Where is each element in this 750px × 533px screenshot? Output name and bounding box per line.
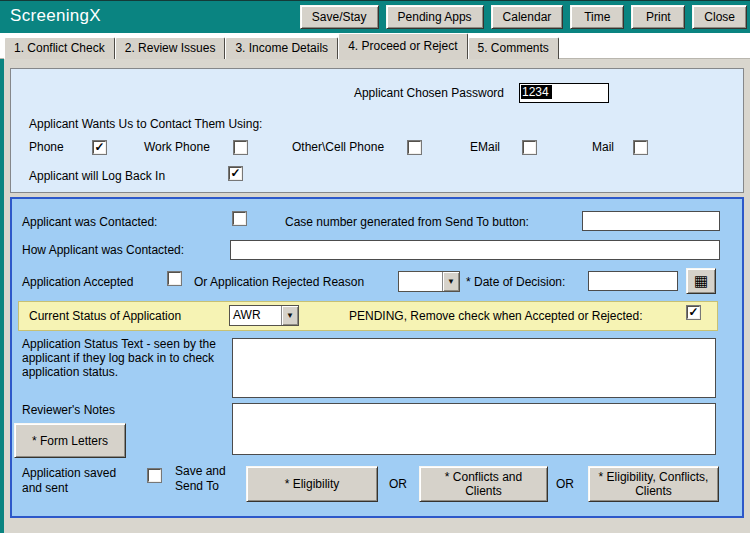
contact-option-phone: Phone ✓ [29, 140, 106, 154]
pending-apps-button[interactable]: Pending Apps [386, 5, 484, 29]
phone-label: Phone [29, 140, 64, 154]
tab-comments[interactable]: 5. Comments [468, 37, 559, 59]
print-button[interactable]: Print [631, 5, 685, 29]
password-label: Applicant Chosen Password [324, 86, 504, 100]
work-phone-checkbox[interactable] [234, 141, 247, 154]
application-accepted-label: Application Accepted [22, 275, 133, 289]
case-number-label: Case number generated from Send To butto… [285, 215, 529, 229]
save-stay-button[interactable]: Save/Stay [300, 5, 379, 29]
how-contacted-label: How Applicant was Contacted: [22, 243, 184, 257]
mail-checkbox[interactable] [634, 141, 647, 154]
pending-checkbox[interactable]: ✓ [687, 306, 700, 319]
header-button-row: Save/Stay Pending Apps Calendar Time Pri… [300, 5, 747, 29]
title-bar: ScreeningX Save/Stay Pending Apps Calend… [0, 0, 750, 33]
contacted-label: Applicant was Contacted: [22, 215, 157, 229]
calendar-button[interactable]: Calendar [491, 5, 564, 29]
mail-label: Mail [592, 140, 614, 154]
reviewers-notes-label: Reviewer's Notes [22, 403, 115, 417]
send-to-eligibility-conflicts-clients-button[interactable]: * Eligibility, Conflicts, Clients [588, 466, 719, 502]
date-of-decision-input[interactable] [588, 271, 678, 291]
tab-review-issues[interactable]: 2. Review Issues [115, 37, 226, 59]
send-to-conflicts-clients-button[interactable]: * Conflicts and Clients [419, 466, 548, 502]
work-phone-label: Work Phone [144, 140, 210, 154]
contact-option-other-cell: Other\Cell Phone [292, 140, 421, 154]
current-status-value: AWR [230, 306, 281, 325]
current-status-dropdown[interactable]: AWR ▼ [229, 305, 299, 326]
form-letters-button[interactable]: * Form Letters [14, 423, 126, 458]
or-label: OR [389, 477, 407, 491]
contact-option-work-phone: Work Phone [144, 140, 247, 154]
email-checkbox[interactable] [523, 141, 536, 154]
app-title: ScreeningX [10, 6, 101, 26]
application-accepted-checkbox[interactable] [168, 272, 181, 285]
send-to-eligibility-button[interactable]: * Eligibility [246, 466, 378, 502]
password-selected-text: 1234 [521, 85, 552, 99]
other-cell-phone-label: Other\Cell Phone [292, 140, 384, 154]
contact-option-mail: Mail [592, 140, 647, 154]
other-cell-phone-checkbox[interactable] [408, 141, 421, 154]
pending-label: PENDING, Remove check when Accepted or R… [349, 309, 642, 323]
email-label: EMail [470, 140, 500, 154]
decision-panel: Applicant was Contacted: Case number gen… [10, 197, 744, 518]
save-and-send-to-label: Save and Send To [175, 464, 237, 494]
time-button[interactable]: Time [570, 5, 624, 29]
rejected-reason-dropdown[interactable]: ▼ [398, 271, 460, 292]
or-label: OR [556, 477, 574, 491]
tab-income-details[interactable]: 3. Income Details [225, 37, 338, 59]
screeningx-window: ScreeningX Save/Stay Pending Apps Calend… [0, 0, 750, 533]
tab-proceed-or-reject[interactable]: 4. Proceed or Reject [338, 33, 467, 59]
contact-option-email: EMail [470, 140, 536, 154]
chevron-down-icon: ▼ [281, 306, 298, 325]
contact-methods-heading: Applicant Wants Us to Contact Them Using… [29, 117, 262, 131]
tab-strip: 1. Conflict Check 2. Review Issues 3. In… [0, 33, 750, 59]
applicant-options-panel: Applicant Chosen Password 1234 Applicant… [10, 68, 744, 193]
rejected-reason-label: Or Application Rejected Reason [194, 275, 364, 289]
tab-conflict-check[interactable]: 1. Conflict Check [4, 37, 115, 59]
case-number-input[interactable] [582, 211, 720, 231]
application-saved-sent-checkbox[interactable] [148, 469, 161, 482]
log-back-in-checkbox[interactable]: ✓ [229, 167, 242, 180]
date-of-decision-label: * Date of Decision: [466, 275, 565, 289]
calendar-picker-icon[interactable]: ▦ [686, 268, 716, 294]
close-button[interactable]: Close [692, 5, 747, 29]
phone-checkbox[interactable]: ✓ [93, 141, 106, 154]
current-status-label: Current Status of Application [29, 309, 181, 323]
application-saved-sent-label: Application saved and sent [22, 466, 124, 496]
application-status-text-input[interactable] [232, 338, 716, 398]
rejected-reason-value [399, 272, 442, 291]
contacted-checkbox[interactable] [233, 212, 246, 225]
chevron-down-icon: ▼ [442, 272, 459, 291]
reviewers-notes-input[interactable] [232, 403, 716, 455]
log-back-in-label: Applicant will Log Back In [29, 169, 165, 183]
current-status-row: Current Status of Application AWR ▼ PEND… [18, 301, 718, 331]
how-contacted-input[interactable] [230, 240, 720, 260]
window-frame-left [0, 0, 4, 533]
application-status-text-label: Application Status Text - seen by the ap… [22, 337, 230, 379]
password-input[interactable]: 1234 [519, 83, 609, 103]
